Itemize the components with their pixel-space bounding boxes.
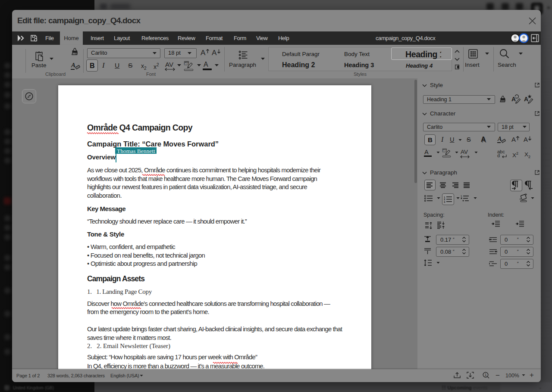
svg-text:3: 3 — [444, 201, 445, 203]
svg-text:ab: ab — [185, 62, 188, 65]
svg-text:ab: ab — [443, 149, 446, 152]
svg-text:1: 1 — [461, 195, 462, 198]
svg-text:1: 1 — [485, 373, 487, 377]
